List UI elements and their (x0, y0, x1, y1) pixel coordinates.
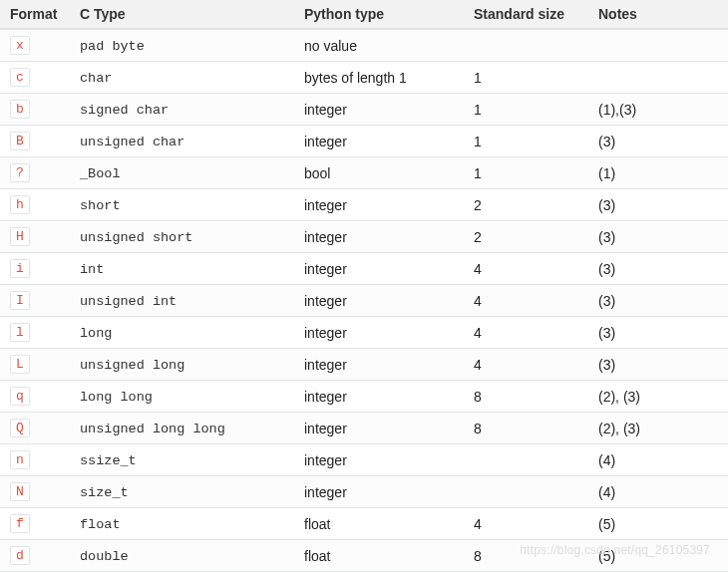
format-code: N (10, 482, 30, 501)
ctype-text: ssize_t (80, 453, 137, 468)
ctype-text: size_t (80, 485, 129, 500)
cell-notes: (3) (588, 126, 728, 157)
table-header-row: Format C Type Python type Standard size … (0, 0, 728, 29)
cell-ptype: integer (294, 476, 464, 508)
cell-notes: (3) (588, 253, 728, 285)
cell-format: L (0, 349, 70, 381)
cell-size: 2 (464, 189, 588, 221)
cell-notes: (2), (3) (588, 381, 728, 413)
table-row: Bunsigned charinteger1(3) (0, 126, 728, 157)
col-size: Standard size (464, 0, 588, 29)
ctype-text: _Bool (80, 166, 121, 181)
table-row: Hunsigned shortinteger2(3) (0, 221, 728, 253)
cell-size: 4 (464, 317, 588, 349)
col-ctype: C Type (70, 0, 294, 29)
table-row: bsigned charinteger1(1),(3) (0, 94, 728, 126)
col-format: Format (0, 0, 70, 29)
table-row: Iunsigned intinteger4(3) (0, 285, 728, 317)
cell-ptype: integer (294, 189, 464, 221)
cell-size: 1 (464, 94, 588, 126)
cell-ptype: integer (294, 285, 464, 317)
cell-ctype: long (70, 317, 294, 349)
cell-size: 4 (464, 253, 588, 285)
table-row: ddoublefloat8(5) (0, 540, 728, 572)
cell-ctype: unsigned long long (70, 413, 294, 444)
cell-ptype: integer (294, 126, 464, 157)
cell-notes: (3) (588, 317, 728, 349)
format-code: h (10, 195, 30, 214)
cell-size: 8 (464, 540, 588, 572)
cell-size: 4 (464, 285, 588, 317)
cell-ptype: integer (294, 94, 464, 126)
cell-notes: (3) (588, 189, 728, 221)
cell-notes (588, 29, 728, 62)
cell-notes: (2), (3) (588, 413, 728, 444)
cell-ptype: integer (294, 253, 464, 285)
format-code: i (10, 259, 30, 278)
cell-format: d (0, 540, 70, 572)
ctype-text: short (80, 198, 121, 213)
cell-format: x (0, 29, 70, 62)
cell-size (464, 29, 588, 62)
cell-size: 2 (464, 221, 588, 253)
cell-ctype: _Bool (70, 157, 294, 189)
cell-ptype: bytes of length 1 (294, 62, 464, 94)
cell-ptype: integer (294, 381, 464, 413)
format-code: Q (10, 419, 30, 437)
format-code: ? (10, 163, 30, 182)
cell-format: ? (0, 157, 70, 189)
cell-notes: (3) (588, 349, 728, 381)
ctype-text: signed char (80, 103, 169, 118)
cell-ctype: ssize_t (70, 444, 294, 476)
cell-notes: (5) (588, 508, 728, 540)
cell-ctype: float (70, 508, 294, 540)
cell-ctype: unsigned char (70, 126, 294, 157)
table-row: llonginteger4(3) (0, 317, 728, 349)
cell-ptype: no value (294, 29, 464, 62)
cell-ctype: char (70, 62, 294, 94)
ctype-text: float (80, 517, 121, 532)
cell-ptype: bool (294, 157, 464, 189)
format-code: n (10, 450, 30, 469)
cell-format: l (0, 317, 70, 349)
cell-format: B (0, 126, 70, 157)
table-row: xpad byteno value (0, 29, 728, 62)
cell-ptype: integer (294, 444, 464, 476)
format-code: d (10, 546, 30, 565)
cell-format: N (0, 476, 70, 508)
cell-format: i (0, 253, 70, 285)
table-row: iintinteger4(3) (0, 253, 728, 285)
format-code: x (10, 36, 30, 55)
cell-notes: (3) (588, 221, 728, 253)
cell-notes: (5) (588, 540, 728, 572)
ctype-text: unsigned int (80, 294, 177, 309)
cell-format: f (0, 508, 70, 540)
ctype-text: pad byte (80, 39, 145, 54)
format-code: b (10, 100, 30, 119)
table-row: ?_Boolbool1(1) (0, 157, 728, 189)
col-notes: Notes (588, 0, 728, 29)
cell-ctype: signed char (70, 94, 294, 126)
col-ptype: Python type (294, 0, 464, 29)
cell-format: n (0, 444, 70, 476)
cell-notes: (4) (588, 444, 728, 476)
cell-ptype: float (294, 508, 464, 540)
ctype-text: unsigned short (80, 230, 192, 245)
cell-ctype: double (70, 540, 294, 572)
cell-ctype: short (70, 189, 294, 221)
ctype-text: long (80, 326, 112, 341)
cell-size (464, 444, 588, 476)
cell-ptype: integer (294, 317, 464, 349)
cell-ptype: integer (294, 221, 464, 253)
ctype-text: int (80, 262, 104, 277)
cell-format: h (0, 189, 70, 221)
cell-format: b (0, 94, 70, 126)
cell-notes: (1) (588, 157, 728, 189)
table-row: qlong longinteger8(2), (3) (0, 381, 728, 413)
cell-ctype: unsigned short (70, 221, 294, 253)
cell-size: 4 (464, 508, 588, 540)
cell-notes: (3) (588, 285, 728, 317)
cell-format: H (0, 221, 70, 253)
cell-size: 1 (464, 157, 588, 189)
cell-ptype: float (294, 540, 464, 572)
